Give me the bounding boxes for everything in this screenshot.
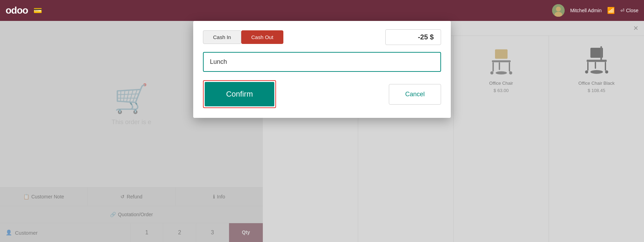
- svg-point-1: [556, 7, 561, 12]
- cash-register-icon: 💳: [33, 6, 42, 15]
- reason-input[interactable]: [203, 52, 441, 72]
- avatar: [552, 4, 565, 17]
- cancel-button[interactable]: Cancel: [389, 84, 441, 105]
- odoo-logo: odoo: [6, 5, 28, 16]
- pos-app: odoo 💳 Mitchell Admin 📶 ⏎ Close: [0, 0, 644, 242]
- confirm-button-wrapper: Confirm: [203, 80, 276, 108]
- cash-in-tab[interactable]: Cash In: [203, 30, 241, 44]
- wifi-icon: 📶: [607, 7, 615, 14]
- modal-overlay: Cash In Cash Out -25 $ Confirm Cancel: [0, 21, 644, 242]
- header-right: Mitchell Admin 📶 ⏎ Close: [552, 4, 638, 17]
- cash-out-tab[interactable]: Cash Out: [241, 30, 283, 44]
- confirm-button[interactable]: Confirm: [205, 82, 274, 106]
- modal-tabs: Cash In Cash Out -25 $: [203, 29, 441, 45]
- exit-icon: ⏎: [620, 8, 625, 13]
- header-bar: odoo 💳 Mitchell Admin 📶 ⏎ Close: [0, 0, 644, 21]
- admin-name-label: Mitchell Admin: [570, 8, 602, 13]
- modal-actions: Confirm Cancel: [203, 80, 441, 108]
- close-button[interactable]: ⏎ Close: [620, 8, 638, 13]
- cash-move-modal: Cash In Cash Out -25 $ Confirm Cancel: [193, 21, 451, 118]
- amount-display: -25 $: [385, 29, 441, 45]
- main-area: 🛒 This order is e 📋 Customer Note ↺ Refu…: [0, 21, 644, 242]
